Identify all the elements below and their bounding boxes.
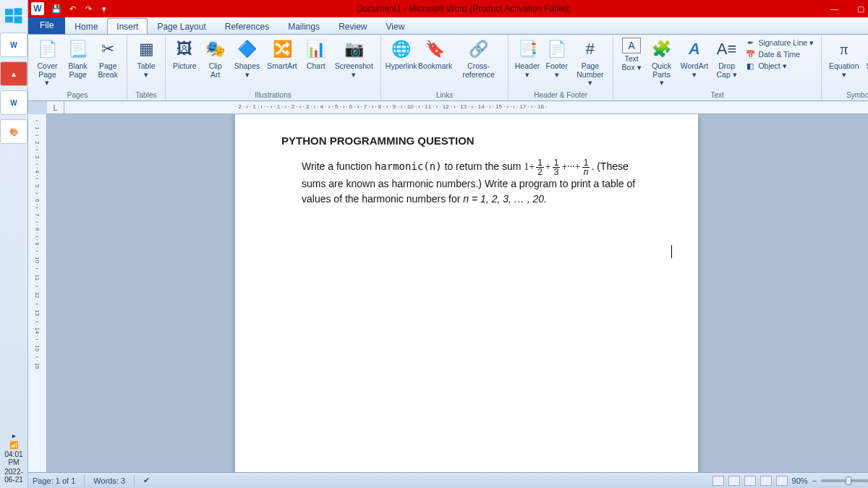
document-area: L · 2 · ı · 1 · ı · · ı · 1 · ı · 2 · ı … — [28, 101, 868, 472]
group-links: 🌐Hyperlink 🔖Bookmark 🔗Cross-reference Li… — [381, 35, 509, 100]
horizontal-ruler[interactable]: L · 2 · ı · 1 · ı · · ı · 1 · ı · 2 · ı … — [47, 101, 868, 114]
group-label: Links — [386, 90, 503, 100]
header-button[interactable]: 📑Header▾ — [513, 36, 542, 80]
tab-mailings[interactable]: Mailings — [278, 18, 329, 34]
chart-icon: 📊 — [305, 38, 328, 61]
status-page[interactable]: Page: 1 of 1 — [33, 476, 75, 485]
maximize-button[interactable]: ▢ — [848, 0, 869, 17]
tab-file[interactable]: File — [28, 17, 65, 34]
zoom-out-button[interactable]: − — [812, 476, 817, 485]
equation-icon: π — [833, 38, 856, 61]
group-label: Pages — [33, 90, 122, 100]
taskbar-app-pdf[interactable]: ▲ — [0, 61, 27, 86]
clipart-icon: 🎭 — [204, 38, 227, 61]
tray-date[interactable]: 2022-06-21 — [0, 468, 27, 484]
clip-art-button[interactable]: 🎭ClipArt — [201, 36, 230, 80]
windows-taskbar: W ▲ W 🎨 ▸ 📶 04:01 PM 2022-06-21 — [0, 0, 28, 488]
symbol-button[interactable]: ΩSymbol▾ — [863, 36, 868, 80]
table-button[interactable]: ▦Table▾ — [132, 36, 161, 80]
page-break-icon: ✂ — [96, 38, 119, 61]
footer-button[interactable]: 📄Footer▾ — [543, 36, 571, 80]
date-time-button[interactable]: 📅Date & Time — [745, 49, 814, 59]
group-label: Text — [618, 90, 817, 100]
group-symbols: πEquation▾ ΩSymbol▾ Symbols — [822, 35, 868, 100]
smartart-button[interactable]: 🔀SmartArt — [264, 36, 299, 72]
text-cursor — [671, 245, 672, 258]
tab-insert[interactable]: Insert — [107, 18, 148, 34]
footer-icon: 📄 — [545, 38, 569, 61]
drop-cap-button[interactable]: A≡DropCap ▾ — [712, 36, 741, 80]
ruler-tab-selector[interactable]: L — [47, 101, 64, 114]
ruler-marks: ı · 1 · ı · 2 · ı · 3 · ı · 4 · ı · 5 · … — [34, 120, 41, 372]
start-button[interactable] — [0, 4, 27, 28]
vertical-ruler[interactable]: ı · 1 · ı · 2 · ı · 3 · ı · 4 · ı · 5 · … — [28, 114, 47, 472]
svg-rect-0 — [5, 9, 13, 15]
svg-rect-3 — [14, 17, 22, 24]
view-web-layout-button[interactable] — [744, 476, 756, 486]
ruler-marks: · 2 · ı · 1 · ı · · ı · 1 · ı · 2 · ı · … — [235, 103, 547, 110]
document-page[interactable]: PYTHON PROGRAMMING QUESTION Write a func… — [235, 114, 698, 472]
equation-button[interactable]: πEquation▾ — [826, 36, 861, 80]
picture-icon: 🖼 — [173, 38, 196, 61]
window-title: Document1 - Microsoft Word (Product Acti… — [357, 4, 571, 14]
bookmark-button[interactable]: 🔖Bookmark — [418, 36, 451, 72]
tray-network-icon[interactable]: 📶 — [0, 441, 27, 449]
group-label: Illustrations — [170, 90, 376, 100]
blank-page-button[interactable]: 📃BlankPage — [64, 36, 93, 80]
quick-access-toolbar: 💾 ↶ ↷ ▾ — [47, 2, 114, 15]
hyperlink-icon: 🌐 — [390, 38, 413, 61]
shapes-button[interactable]: 🔷Shapes▾ — [231, 36, 263, 80]
svg-rect-2 — [5, 17, 13, 23]
header-icon: 📑 — [516, 38, 539, 61]
tray-expand-icon[interactable]: ▸ — [0, 432, 27, 440]
dropcap-icon: A≡ — [715, 38, 739, 61]
cover-page-icon: 📄 — [35, 38, 59, 61]
ribbon: 📄CoverPage ▾ 📃BlankPage ✂PageBreak Pages… — [28, 35, 868, 101]
table-icon: ▦ — [135, 38, 158, 61]
zoom-slider-thumb[interactable] — [846, 476, 851, 485]
tray-time[interactable]: 04:01 PM — [0, 450, 27, 466]
tab-references[interactable]: References — [216, 18, 278, 34]
zoom-level[interactable]: 90% — [792, 476, 808, 485]
status-bar: Page: 1 of 1 Words: 3 ✔ 90% − + — [28, 472, 868, 488]
group-header-footer: 📑Header▾ 📄Footer▾ #PageNumber ▾ Header &… — [509, 35, 613, 100]
status-words[interactable]: Words: 3 — [93, 476, 125, 485]
picture-button[interactable]: 🖼Picture — [170, 36, 200, 72]
qat-customize-icon[interactable]: ▾ — [98, 2, 111, 15]
textbox-icon: A — [622, 38, 641, 53]
view-print-layout-button[interactable] — [712, 476, 724, 486]
view-full-screen-button[interactable] — [728, 476, 740, 486]
chart-button[interactable]: 📊Chart — [302, 36, 331, 72]
signature-icon: ✒ — [745, 38, 755, 48]
blank-page-icon: 📃 — [67, 38, 90, 61]
tab-home[interactable]: Home — [65, 18, 107, 34]
taskbar-app-word2[interactable]: W — [0, 90, 27, 115]
group-illustrations: 🖼Picture 🎭ClipArt 🔷Shapes▾ 🔀SmartArt 📊Ch… — [166, 35, 381, 100]
view-draft-button[interactable] — [776, 476, 788, 486]
minimize-button[interactable]: — — [822, 0, 848, 17]
text-box-button[interactable]: ATextBox ▾ — [618, 36, 645, 73]
zoom-slider[interactable] — [821, 479, 868, 482]
group-text: ATextBox ▾ 🧩QuickParts ▾ AWordArt▾ A≡Dro… — [613, 35, 822, 100]
datetime-icon: 📅 — [745, 49, 755, 59]
signature-line-button[interactable]: ✒Signature Line ▾ — [745, 38, 814, 48]
tab-review[interactable]: Review — [329, 18, 376, 34]
view-outline-button[interactable] — [760, 476, 772, 486]
quick-parts-button[interactable]: 🧩QuickParts ▾ — [647, 36, 676, 89]
page-break-button[interactable]: ✂PageBreak — [93, 36, 122, 80]
qat-redo-icon[interactable]: ↷ — [82, 2, 95, 15]
tab-page-layout[interactable]: Page Layout — [148, 18, 215, 34]
hyperlink-button[interactable]: 🌐Hyperlink — [386, 36, 417, 72]
qat-undo-icon[interactable]: ↶ — [66, 2, 79, 15]
cover-page-button[interactable]: 📄CoverPage ▾ — [33, 36, 62, 89]
taskbar-app-paint[interactable]: 🎨 — [0, 119, 27, 144]
status-proof-icon[interactable]: ✔ — [143, 476, 150, 485]
screenshot-button[interactable]: 📷Screenshot▾ — [332, 36, 376, 80]
wordart-button[interactable]: AWordArt▾ — [678, 36, 711, 80]
qat-save-icon[interactable]: 💾 — [50, 2, 63, 15]
cross-reference-button[interactable]: 🔗Cross-reference — [454, 36, 503, 80]
object-button[interactable]: ◧Object ▾ — [745, 61, 814, 71]
page-number-button[interactable]: #PageNumber ▾ — [572, 36, 608, 89]
tab-view[interactable]: View — [377, 18, 414, 34]
taskbar-app-word[interactable]: W — [0, 33, 27, 57]
